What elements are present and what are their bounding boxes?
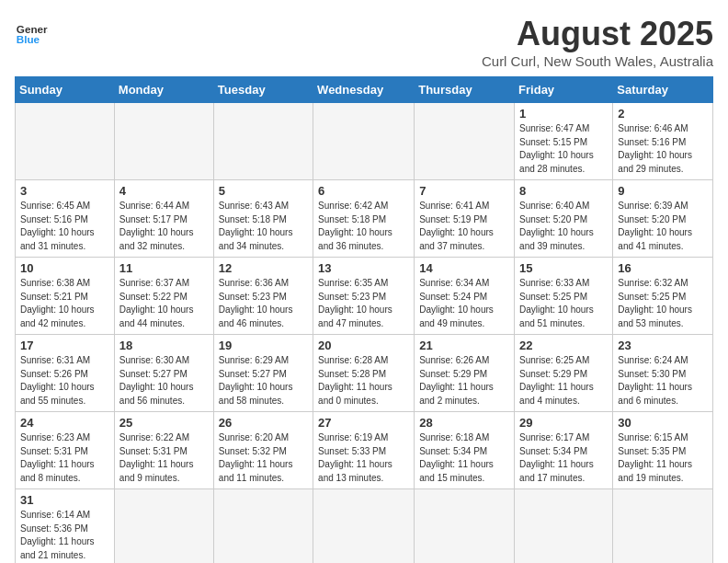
- title-area: August 2025 Curl Curl, New South Wales, …: [482, 15, 713, 69]
- calendar-cell: 28Sunrise: 6:18 AM Sunset: 5:34 PM Dayli…: [415, 412, 515, 489]
- day-info: Sunrise: 6:23 AM Sunset: 5:31 PM Dayligh…: [20, 431, 109, 485]
- calendar-cell: 19Sunrise: 6:29 AM Sunset: 5:27 PM Dayli…: [213, 335, 313, 412]
- day-info: Sunrise: 6:44 AM Sunset: 5:17 PM Dayligh…: [119, 200, 209, 253]
- calendar-cell: 16Sunrise: 6:32 AM Sunset: 5:25 PM Dayli…: [613, 258, 713, 335]
- calendar-cell: 9Sunrise: 6:39 AM Sunset: 5:20 PM Daylig…: [613, 180, 713, 258]
- day-number: 23: [618, 339, 708, 352]
- day-number: 12: [219, 261, 308, 275]
- day-info: Sunrise: 6:32 AM Sunset: 5:25 PM Dayligh…: [618, 277, 708, 330]
- calendar-cell: [415, 489, 515, 564]
- day-info: Sunrise: 6:14 AM Sunset: 5:36 PM Dayligh…: [20, 509, 109, 562]
- day-number: 21: [419, 339, 509, 352]
- calendar-header-row: SundayMondayTuesdayWednesdayThursdayFrid…: [16, 77, 713, 103]
- calendar-week-row: 1Sunrise: 6:47 AM Sunset: 5:15 PM Daylig…: [16, 103, 713, 180]
- day-info: Sunrise: 6:33 AM Sunset: 5:25 PM Dayligh…: [519, 277, 608, 330]
- day-info: Sunrise: 6:28 AM Sunset: 5:28 PM Dayligh…: [318, 354, 409, 408]
- day-number: 27: [318, 416, 409, 430]
- calendar-cell: [313, 489, 415, 564]
- day-number: 1: [519, 107, 608, 121]
- col-header-saturday: Saturday: [613, 77, 713, 103]
- day-number: 28: [419, 416, 509, 430]
- calendar-cell: [213, 489, 313, 564]
- day-info: Sunrise: 6:42 AM Sunset: 5:18 PM Dayligh…: [318, 200, 409, 253]
- day-number: 18: [119, 339, 209, 352]
- day-number: 5: [219, 184, 308, 198]
- calendar-cell: 15Sunrise: 6:33 AM Sunset: 5:25 PM Dayli…: [515, 258, 613, 335]
- day-info: Sunrise: 6:38 AM Sunset: 5:21 PM Dayligh…: [20, 277, 109, 330]
- day-info: Sunrise: 6:34 AM Sunset: 5:24 PM Dayligh…: [419, 277, 509, 330]
- day-info: Sunrise: 6:18 AM Sunset: 5:34 PM Dayligh…: [419, 431, 509, 485]
- calendar-cell: [213, 103, 313, 180]
- day-info: Sunrise: 6:24 AM Sunset: 5:30 PM Dayligh…: [618, 354, 708, 408]
- logo: General Blue: [15, 15, 48, 48]
- day-number: 26: [219, 416, 308, 430]
- calendar-cell: 27Sunrise: 6:19 AM Sunset: 5:33 PM Dayli…: [313, 412, 415, 489]
- calendar-cell: 5Sunrise: 6:43 AM Sunset: 5:18 PM Daylig…: [213, 180, 313, 258]
- day-info: Sunrise: 6:46 AM Sunset: 5:16 PM Dayligh…: [618, 122, 708, 176]
- logo-icon: General Blue: [15, 15, 48, 48]
- day-info: Sunrise: 6:31 AM Sunset: 5:26 PM Dayligh…: [20, 354, 109, 408]
- day-number: 22: [519, 339, 608, 352]
- day-info: Sunrise: 6:25 AM Sunset: 5:29 PM Dayligh…: [519, 354, 608, 408]
- calendar-cell: 25Sunrise: 6:22 AM Sunset: 5:31 PM Dayli…: [114, 412, 213, 489]
- location-title: Curl Curl, New South Wales, Australia: [482, 53, 713, 69]
- calendar-cell: [515, 489, 613, 564]
- calendar-cell: 6Sunrise: 6:42 AM Sunset: 5:18 PM Daylig…: [313, 180, 415, 258]
- calendar-week-row: 24Sunrise: 6:23 AM Sunset: 5:31 PM Dayli…: [16, 412, 713, 489]
- day-number: 3: [20, 184, 109, 198]
- calendar-cell: 10Sunrise: 6:38 AM Sunset: 5:21 PM Dayli…: [16, 258, 115, 335]
- col-header-monday: Monday: [114, 77, 213, 103]
- calendar-cell: 4Sunrise: 6:44 AM Sunset: 5:17 PM Daylig…: [114, 180, 213, 258]
- day-number: 11: [119, 261, 209, 275]
- calendar-cell: 8Sunrise: 6:40 AM Sunset: 5:20 PM Daylig…: [515, 180, 613, 258]
- day-number: 6: [318, 184, 409, 198]
- day-info: Sunrise: 6:19 AM Sunset: 5:33 PM Dayligh…: [318, 431, 409, 485]
- day-number: 4: [119, 184, 209, 198]
- day-info: Sunrise: 6:36 AM Sunset: 5:23 PM Dayligh…: [219, 277, 308, 330]
- day-info: Sunrise: 6:35 AM Sunset: 5:23 PM Dayligh…: [318, 277, 409, 330]
- calendar-week-row: 31Sunrise: 6:14 AM Sunset: 5:36 PM Dayli…: [16, 489, 713, 564]
- calendar-cell: 14Sunrise: 6:34 AM Sunset: 5:24 PM Dayli…: [415, 258, 515, 335]
- day-info: Sunrise: 6:47 AM Sunset: 5:15 PM Dayligh…: [519, 122, 608, 176]
- day-info: Sunrise: 6:26 AM Sunset: 5:29 PM Dayligh…: [419, 354, 509, 408]
- calendar-week-row: 17Sunrise: 6:31 AM Sunset: 5:26 PM Dayli…: [16, 335, 713, 412]
- col-header-thursday: Thursday: [415, 77, 515, 103]
- day-number: 30: [618, 416, 708, 430]
- day-number: 2: [618, 107, 708, 121]
- day-number: 7: [419, 184, 509, 198]
- calendar-cell: 30Sunrise: 6:15 AM Sunset: 5:35 PM Dayli…: [613, 412, 713, 489]
- calendar-cell: 26Sunrise: 6:20 AM Sunset: 5:32 PM Dayli…: [213, 412, 313, 489]
- day-number: 16: [618, 261, 708, 275]
- day-number: 14: [419, 261, 509, 275]
- calendar-cell: 22Sunrise: 6:25 AM Sunset: 5:29 PM Dayli…: [515, 335, 613, 412]
- day-info: Sunrise: 6:22 AM Sunset: 5:31 PM Dayligh…: [119, 431, 209, 485]
- day-number: 13: [318, 261, 409, 275]
- calendar-cell: 3Sunrise: 6:45 AM Sunset: 5:16 PM Daylig…: [16, 180, 115, 258]
- calendar-cell: [613, 489, 713, 564]
- calendar-cell: 20Sunrise: 6:28 AM Sunset: 5:28 PM Dayli…: [313, 335, 415, 412]
- svg-text:Blue: Blue: [17, 33, 40, 45]
- col-header-sunday: Sunday: [16, 77, 115, 103]
- day-number: 31: [20, 493, 109, 507]
- day-info: Sunrise: 6:29 AM Sunset: 5:27 PM Dayligh…: [219, 354, 308, 408]
- calendar-week-row: 3Sunrise: 6:45 AM Sunset: 5:16 PM Daylig…: [16, 180, 713, 258]
- calendar-cell: 18Sunrise: 6:30 AM Sunset: 5:27 PM Dayli…: [114, 335, 213, 412]
- day-info: Sunrise: 6:45 AM Sunset: 5:16 PM Dayligh…: [20, 200, 109, 253]
- day-number: 25: [119, 416, 209, 430]
- calendar-cell: 24Sunrise: 6:23 AM Sunset: 5:31 PM Dayli…: [16, 412, 115, 489]
- calendar-cell: [114, 489, 213, 564]
- day-number: 20: [318, 339, 409, 352]
- calendar-cell: [313, 103, 415, 180]
- day-info: Sunrise: 6:41 AM Sunset: 5:19 PM Dayligh…: [419, 200, 509, 253]
- calendar-table: SundayMondayTuesdayWednesdayThursdayFrid…: [15, 76, 713, 563]
- day-number: 8: [519, 184, 608, 198]
- calendar-cell: 1Sunrise: 6:47 AM Sunset: 5:15 PM Daylig…: [515, 103, 613, 180]
- day-info: Sunrise: 6:40 AM Sunset: 5:20 PM Dayligh…: [519, 200, 608, 253]
- day-number: 10: [20, 261, 109, 275]
- calendar-cell: 11Sunrise: 6:37 AM Sunset: 5:22 PM Dayli…: [114, 258, 213, 335]
- calendar-cell: 7Sunrise: 6:41 AM Sunset: 5:19 PM Daylig…: [415, 180, 515, 258]
- day-info: Sunrise: 6:20 AM Sunset: 5:32 PM Dayligh…: [219, 431, 308, 485]
- day-number: 17: [20, 339, 109, 352]
- calendar-cell: [114, 103, 213, 180]
- calendar-cell: 21Sunrise: 6:26 AM Sunset: 5:29 PM Dayli…: [415, 335, 515, 412]
